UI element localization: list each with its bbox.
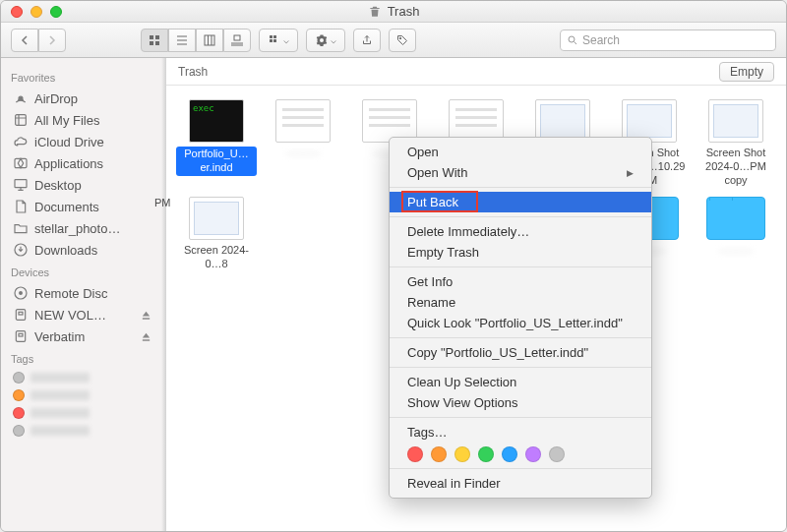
empty-trash-button[interactable]: Empty bbox=[719, 62, 774, 82]
tag-label bbox=[30, 426, 90, 436]
svg-rect-1 bbox=[155, 35, 159, 39]
context-menu-item-label: Delete Immediately… bbox=[407, 224, 529, 239]
sidebar-item-label: Remote Disc bbox=[34, 286, 107, 301]
file-thumbnail bbox=[708, 99, 763, 143]
context-menu-item[interactable]: Delete Immediately… bbox=[390, 221, 651, 242]
context-menu-item[interactable]: Tags… bbox=[390, 422, 651, 443]
context-menu-item-label: Open With bbox=[407, 165, 467, 180]
column-view-button[interactable] bbox=[196, 29, 223, 52]
sidebar-section-devices: Devices bbox=[11, 266, 165, 278]
tag-color-dot[interactable] bbox=[549, 446, 565, 462]
sidebar-item[interactable]: NEW VOL… bbox=[9, 304, 165, 325]
svg-rect-16 bbox=[273, 39, 276, 42]
sidebar-item[interactable] bbox=[9, 404, 165, 422]
file-item[interactable]: PM Screen 2024-0…8 bbox=[176, 197, 257, 271]
folder-icon bbox=[13, 220, 29, 236]
eject-icon[interactable] bbox=[141, 310, 151, 321]
tag-color-dot[interactable] bbox=[407, 446, 423, 462]
sidebar-item-label: Documents bbox=[34, 200, 99, 214]
sidebar-item-label: AirDrop bbox=[34, 91, 78, 106]
file-item[interactable]: Screen Shot 2024-0…PM copy bbox=[696, 99, 776, 187]
location-label: Trash bbox=[178, 65, 208, 79]
context-menu-item-label: Put Back bbox=[407, 195, 458, 209]
arrange-button[interactable]: ⌵ bbox=[259, 29, 298, 52]
file-item[interactable]: execPortfolio_U…er.indd bbox=[176, 99, 257, 187]
context-menu-item[interactable]: Clean Up Selection bbox=[390, 372, 651, 392]
context-menu-item[interactable]: Get Info bbox=[390, 271, 651, 292]
sidebar-item[interactable] bbox=[9, 422, 165, 440]
svg-rect-13 bbox=[270, 35, 272, 38]
context-menu-item[interactable]: Open bbox=[390, 142, 651, 162]
sidebar-item[interactable]: All My Files bbox=[9, 109, 165, 131]
search-input[interactable]: Search bbox=[560, 30, 776, 51]
tag-color-dot[interactable] bbox=[454, 446, 470, 462]
tag-color-dot[interactable] bbox=[525, 446, 541, 462]
svg-rect-23 bbox=[15, 180, 27, 188]
svg-point-17 bbox=[399, 37, 401, 39]
eject-icon[interactable] bbox=[141, 331, 151, 342]
sidebar-item-label: iCloud Drive bbox=[34, 135, 104, 149]
action-button[interactable]: ⌵ bbox=[306, 29, 345, 52]
context-menu-item-label: Empty Trash bbox=[407, 245, 479, 260]
chevron-down-icon: ⌵ bbox=[283, 34, 289, 45]
sidebar-item[interactable]: Documents bbox=[9, 196, 165, 217]
tag-color-dot[interactable] bbox=[502, 446, 517, 462]
sidebar-item[interactable]: Applications bbox=[9, 152, 165, 174]
icon-view-button[interactable] bbox=[141, 29, 168, 52]
svg-point-26 bbox=[20, 292, 23, 295]
chevron-down-icon: ⌵ bbox=[331, 34, 336, 45]
context-menu-item-label: Show View Options bbox=[407, 395, 518, 410]
context-menu-item[interactable]: Quick Look "Portfolio_US_Letter.indd" bbox=[390, 313, 651, 333]
apps-icon bbox=[13, 155, 29, 171]
context-menu-item[interactable]: Open With▶ bbox=[390, 162, 651, 183]
context-menu-item-label: Quick Look "Portfolio_US_Letter.indd" bbox=[407, 316, 623, 330]
context-menu-item[interactable]: Copy "Portfolio_US_Letter.indd" bbox=[390, 342, 651, 363]
sidebar-item[interactable]: iCloud Drive bbox=[9, 131, 165, 152]
list-view-button[interactable] bbox=[168, 29, 196, 52]
file-label: Screen 2024-0…8 bbox=[176, 244, 257, 271]
context-menu-separator bbox=[390, 468, 651, 469]
coverflow-view-button[interactable] bbox=[223, 29, 251, 52]
sidebar-item[interactable]: Verbatim bbox=[9, 325, 165, 347]
sidebar-item-label: Applications bbox=[34, 156, 103, 171]
action-group: ⌵ bbox=[306, 29, 345, 52]
sidebar-item[interactable] bbox=[9, 386, 165, 404]
sidebar-item-label: All My Files bbox=[34, 113, 99, 128]
context-menu-item[interactable]: Empty Trash bbox=[390, 242, 651, 263]
back-button[interactable] bbox=[11, 29, 38, 52]
context-menu-item[interactable]: Rename bbox=[390, 292, 651, 313]
icloud-icon bbox=[13, 134, 29, 149]
nav-group bbox=[11, 29, 66, 52]
tags-button[interactable] bbox=[389, 29, 416, 52]
sidebar-item[interactable]: AirDrop bbox=[9, 88, 165, 109]
tag-label bbox=[30, 373, 90, 383]
sidebar-item[interactable]: Remote Disc bbox=[9, 282, 165, 304]
toolbar: ⌵ ⌵ Search bbox=[1, 23, 786, 58]
forward-button[interactable] bbox=[38, 29, 66, 52]
tag-color-dot[interactable] bbox=[431, 446, 447, 462]
svg-rect-30 bbox=[19, 333, 23, 336]
pathbar: Trash Empty bbox=[166, 58, 786, 86]
context-menu-item[interactable]: Show View Options bbox=[390, 392, 651, 413]
file-label: Portfolio_U…er.indd bbox=[176, 147, 257, 176]
svg-rect-22 bbox=[15, 158, 27, 167]
tag-color-dot[interactable] bbox=[478, 446, 494, 462]
file-label: ——— bbox=[720, 244, 753, 258]
context-menu-item-label: Get Info bbox=[407, 274, 453, 289]
window-title-text: Trash bbox=[388, 4, 420, 19]
file-item[interactable]: ——— bbox=[263, 99, 343, 187]
svg-rect-7 bbox=[205, 35, 214, 45]
context-menu-item[interactable]: Reveal in Finder bbox=[390, 473, 651, 494]
context-menu-item[interactable]: Put Back bbox=[390, 192, 651, 212]
file-item[interactable]: ——— bbox=[696, 197, 776, 271]
file-thumbnail bbox=[275, 99, 331, 143]
sidebar-item[interactable]: Desktop bbox=[9, 174, 165, 196]
context-menu-tags-row bbox=[390, 443, 651, 464]
titlebar: Trash bbox=[1, 1, 786, 23]
sidebar-item[interactable]: stellar_photo… bbox=[9, 217, 165, 239]
tag-dot-icon bbox=[13, 389, 25, 401]
share-button[interactable] bbox=[353, 29, 381, 52]
sidebar-item[interactable] bbox=[9, 369, 165, 386]
context-menu-separator bbox=[390, 266, 651, 267]
sidebar-item[interactable]: Downloads bbox=[9, 239, 165, 261]
